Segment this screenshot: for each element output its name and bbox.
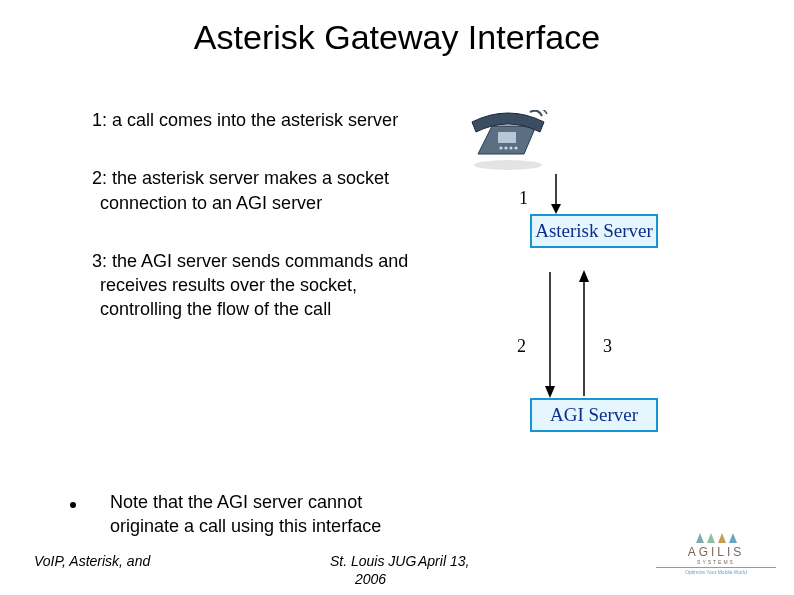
footer-year: 2006	[355, 571, 386, 587]
logo-tagline: Optimize Your Mobile World	[656, 567, 776, 575]
logo-triangle-icon	[707, 533, 715, 543]
step-3: 3: the AGI server sends commands and rec…	[70, 249, 410, 322]
diagram: 1 Asterisk Server 2 3 AGI Server	[460, 110, 680, 470]
step-1: 1: a call comes into the asterisk server	[70, 108, 410, 132]
arrow-3-icon	[576, 270, 592, 398]
svg-marker-9	[545, 386, 555, 398]
footer-center: St. Louis JUG	[330, 553, 416, 569]
diagram-label-3: 3	[603, 336, 612, 357]
phone-icon	[468, 110, 548, 172]
logo-triangle-icon	[718, 533, 726, 543]
logo-triangle-icon	[729, 533, 737, 543]
diagram-label-1: 1	[519, 188, 528, 209]
note-text: Note that the AGI server cannot originat…	[80, 490, 420, 539]
note: Note that the AGI server cannot originat…	[80, 490, 420, 539]
arrow-2-icon	[542, 270, 558, 398]
agi-server-box: AGI Server	[530, 398, 658, 432]
footer-date: April 13,	[418, 553, 469, 569]
slide: Asterisk Gateway Interface 1: a call com…	[0, 0, 794, 595]
diagram-label-2: 2	[517, 336, 526, 357]
svg-point-2	[499, 146, 502, 149]
logo-systems: SYSTEMS	[656, 559, 776, 565]
logo-triangle-icon	[696, 533, 704, 543]
steps-list: 1: a call comes into the asterisk server…	[70, 108, 410, 356]
agilis-logo: AGILIS SYSTEMS Optimize Your Mobile Worl…	[656, 533, 776, 575]
logo-name: AGILIS	[656, 545, 776, 559]
page-title: Asterisk Gateway Interface	[0, 18, 794, 57]
svg-rect-1	[498, 132, 516, 143]
svg-point-0	[474, 160, 542, 170]
asterisk-server-label: Asterisk Server	[535, 220, 653, 241]
svg-point-3	[504, 146, 507, 149]
bullet-icon	[70, 502, 76, 508]
step-2: 2: the asterisk server makes a socket co…	[70, 166, 410, 215]
agi-server-label: AGI Server	[550, 404, 638, 425]
svg-marker-7	[551, 204, 561, 214]
footer-left: VoIP, Asterisk, and	[34, 553, 150, 569]
svg-point-5	[514, 146, 517, 149]
arrow-1-icon	[548, 172, 564, 214]
svg-point-4	[509, 146, 512, 149]
logo-shapes	[656, 533, 776, 543]
asterisk-server-box: Asterisk Server	[530, 214, 658, 248]
svg-marker-11	[579, 270, 589, 282]
